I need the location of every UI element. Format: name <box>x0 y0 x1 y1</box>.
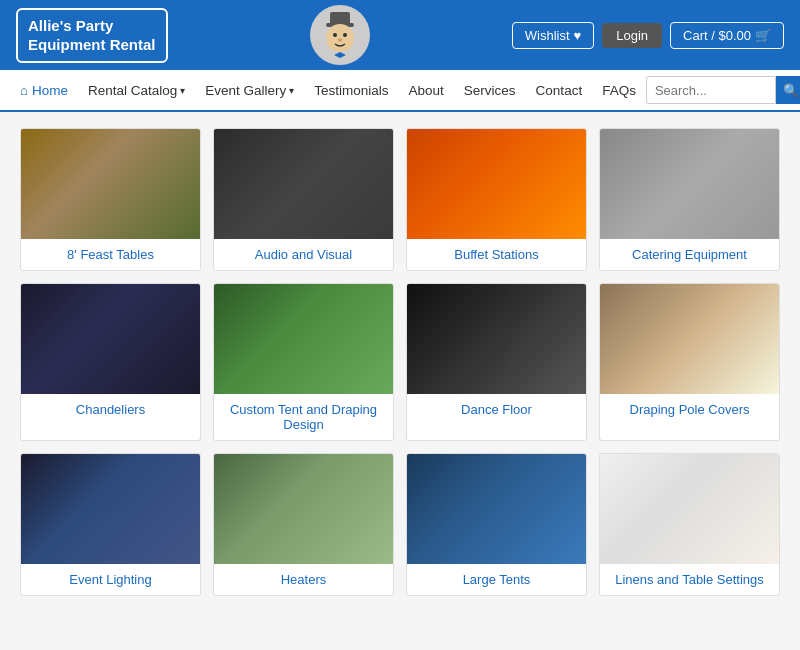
nav-event-gallery[interactable]: Event Gallery ▾ <box>195 69 304 111</box>
navbar: ⌂ Home Rental Catalog ▾ Event Gallery ▾ … <box>0 70 800 112</box>
gallery-image-chandeliers <box>21 284 200 394</box>
nav-home[interactable]: ⌂ Home <box>10 69 78 111</box>
gallery-label-tent-draping: Custom Tent and Draping Design <box>214 394 393 440</box>
nav-testimonials[interactable]: Testimonials <box>304 69 398 111</box>
logo: Allie's Party Equipment Rental <box>16 8 168 63</box>
svg-point-4 <box>343 33 347 37</box>
header-actions: Wishlist ♥ Login Cart / $0.00 🛒 <box>512 22 784 49</box>
main-content: 8' Feast Tables Audio and Visual Buffet … <box>0 112 800 612</box>
gallery-label-buffet-stations: Buffet Stations <box>407 239 586 270</box>
chevron-down-icon: ▾ <box>180 85 185 96</box>
nav-rental-catalog[interactable]: Rental Catalog ▾ <box>78 69 195 111</box>
svg-point-3 <box>333 33 337 37</box>
svg-marker-6 <box>334 52 346 58</box>
nav-services[interactable]: Services <box>454 69 526 111</box>
chevron-down-icon: ▾ <box>289 85 294 96</box>
wishlist-button[interactable]: Wishlist ♥ <box>512 22 595 49</box>
gallery-image-linens <box>600 454 779 564</box>
gallery-item-event-lighting[interactable]: Event Lighting <box>20 453 201 596</box>
cart-button[interactable]: Cart / $0.00 🛒 <box>670 22 784 49</box>
gallery-image-draping-pole <box>600 284 779 394</box>
gallery-label-large-tents: Large Tents <box>407 564 586 595</box>
gallery-image-feast-tables <box>21 129 200 239</box>
gallery-item-catering-equipment[interactable]: Catering Equipment <box>599 128 780 271</box>
gallery-item-feast-tables[interactable]: 8' Feast Tables <box>20 128 201 271</box>
gallery-item-heaters[interactable]: Heaters <box>213 453 394 596</box>
home-icon: ⌂ <box>20 83 28 98</box>
gallery-label-catering-equipment: Catering Equipment <box>600 239 779 270</box>
gallery-label-heaters: Heaters <box>214 564 393 595</box>
search-area: 🔍 <box>646 76 800 104</box>
gallery-item-large-tents[interactable]: Large Tents <box>406 453 587 596</box>
login-button[interactable]: Login <box>602 23 662 48</box>
gallery-image-dance-floor <box>407 284 586 394</box>
gallery-label-event-lighting: Event Lighting <box>21 564 200 595</box>
gallery-item-buffet-stations[interactable]: Buffet Stations <box>406 128 587 271</box>
gallery-image-heaters <box>214 454 393 564</box>
nav-faqs[interactable]: FAQs <box>592 69 646 111</box>
gallery-item-dance-floor[interactable]: Dance Floor <box>406 283 587 441</box>
gallery-image-event-lighting <box>21 454 200 564</box>
gallery-label-feast-tables: 8' Feast Tables <box>21 239 200 270</box>
mascot-image <box>310 5 370 65</box>
gallery-image-large-tents <box>407 454 586 564</box>
search-input[interactable] <box>646 76 776 104</box>
nav-contact[interactable]: Contact <box>526 69 593 111</box>
gallery-image-audio-visual <box>214 129 393 239</box>
gallery-item-chandeliers[interactable]: Chandeliers <box>20 283 201 441</box>
gallery-label-audio-visual: Audio and Visual <box>214 239 393 270</box>
nav-about[interactable]: About <box>399 69 454 111</box>
header-mascot-area <box>168 5 512 65</box>
gallery-grid: 8' Feast Tables Audio and Visual Buffet … <box>20 128 780 596</box>
search-icon: 🔍 <box>783 83 799 98</box>
gallery-item-linens[interactable]: Linens and Table Settings <box>599 453 780 596</box>
gallery-item-tent-draping[interactable]: Custom Tent and Draping Design <box>213 283 394 441</box>
cart-icon: 🛒 <box>755 28 771 43</box>
gallery-label-linens: Linens and Table Settings <box>600 564 779 595</box>
gallery-image-tent-draping <box>214 284 393 394</box>
gallery-label-dance-floor: Dance Floor <box>407 394 586 425</box>
gallery-item-audio-visual[interactable]: Audio and Visual <box>213 128 394 271</box>
gallery-label-chandeliers: Chandeliers <box>21 394 200 425</box>
svg-point-2 <box>326 24 354 52</box>
gallery-label-draping-pole: Draping Pole Covers <box>600 394 779 425</box>
gallery-item-draping-pole[interactable]: Draping Pole Covers <box>599 283 780 441</box>
nav-items: ⌂ Home Rental Catalog ▾ Event Gallery ▾ … <box>10 69 646 111</box>
search-button[interactable]: 🔍 <box>776 76 800 104</box>
header: Allie's Party Equipment Rental <box>0 0 800 70</box>
svg-rect-0 <box>330 12 350 24</box>
gallery-image-catering-equipment <box>600 129 779 239</box>
heart-icon: ♥ <box>574 28 582 43</box>
gallery-image-buffet-stations <box>407 129 586 239</box>
svg-point-5 <box>338 38 342 41</box>
